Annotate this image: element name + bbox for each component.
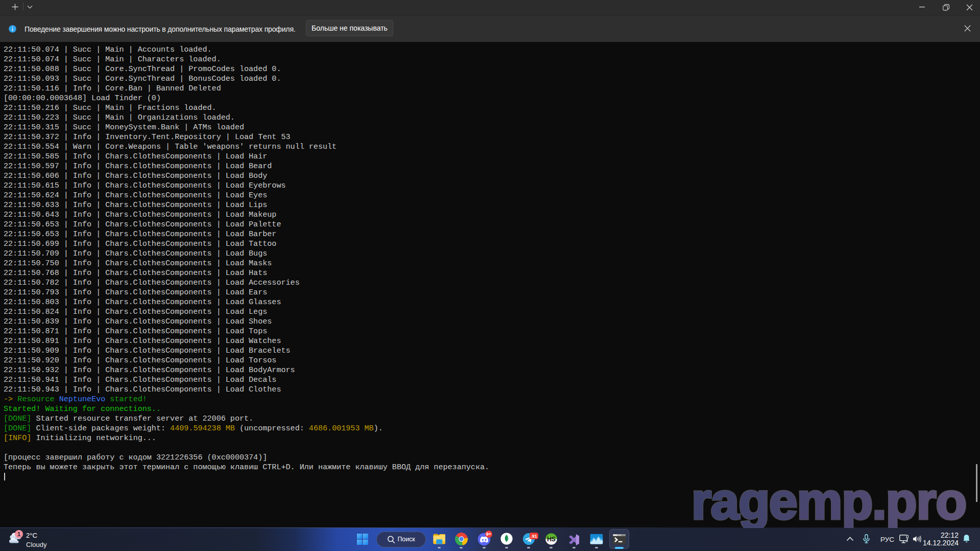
svg-text:ragemp.pro: ragemp.pro: [691, 476, 966, 530]
svg-text:HS: HS: [547, 536, 556, 543]
